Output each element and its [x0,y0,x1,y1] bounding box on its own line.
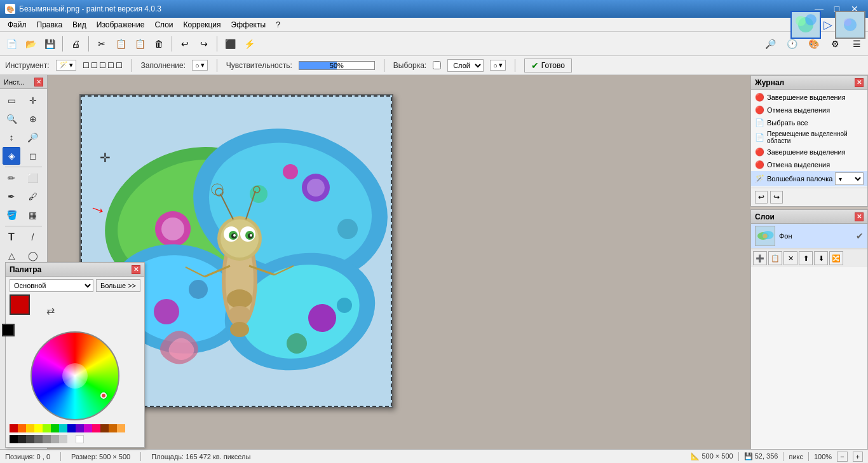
move-tool[interactable]: ✛ [24,92,42,109]
select-mode[interactable]: ○▾ [490,60,506,71]
color-wheel[interactable] [31,331,119,420]
zoom-out-tool[interactable]: ⊕ [24,110,42,128]
menu-effects[interactable]: Эффекты [226,18,271,31]
swatch-yellow[interactable] [34,424,43,432]
zoom-100-button[interactable]: 🔎 [761,35,779,53]
menu-image[interactable]: Изображение [92,18,150,31]
zoom-tool[interactable]: 🔎 [24,128,42,146]
layer-select[interactable]: Слой [447,59,484,72]
swatch-red[interactable] [10,424,18,432]
swatch-rose[interactable] [92,424,100,432]
journal-redo-button[interactable]: ↪ [770,191,783,204]
swatch-black[interactable] [10,435,18,443]
journal-item-1[interactable]: 🔴 Завершение выделения [751,91,867,104]
layer-down-button[interactable]: ⬇ [814,251,828,265]
primary-color-box[interactable] [10,294,30,315]
journal-item-3[interactable]: 📄 Выбрать все [751,116,867,129]
clone-tool[interactable]: 🖋 [24,188,42,205]
print-button[interactable]: 🖨 [67,35,85,53]
menu-layers[interactable]: Слои [149,18,178,31]
layer-add-button[interactable]: ➕ [753,251,767,265]
extra2-button[interactable]: ☰ [848,35,865,53]
swatch-cyan[interactable] [59,424,67,432]
text-tool[interactable]: T [3,228,20,246]
journal-undo-button[interactable]: ↩ [755,191,768,204]
open-button[interactable]: 📂 [22,35,39,53]
layer-checkbox[interactable] [433,61,441,69]
journal-close[interactable]: ✕ [855,78,864,87]
thumb-arrow[interactable]: ▷ [824,18,832,32]
rect-select-tool[interactable]: ▭ [3,92,20,109]
history-button[interactable]: ⬛ [221,35,239,53]
layer-copy-button[interactable]: 📋 [768,251,782,265]
color-swap-icon[interactable]: ⇄ [46,305,55,317]
layer-delete-button[interactable]: ✕ [783,251,797,265]
fill-selector[interactable]: ○▾ [192,60,208,71]
journal-item-5[interactable]: 🔴 Завершение выделения [751,146,867,158]
swatch-magenta[interactable] [84,424,92,432]
swatch-orange[interactable] [18,424,26,432]
paste-button[interactable]: 📋 [131,35,149,53]
done-button[interactable]: ✔ Готово [524,59,572,73]
swatch-lightgray1[interactable] [51,435,59,443]
new-button[interactable]: 📄 [3,35,20,53]
layer-up-button[interactable]: ⬆ [799,251,813,265]
swatch-gray2[interactable] [43,435,51,443]
redo-button[interactable]: ↪ [195,35,213,53]
copy-button[interactable]: 📋 [112,35,130,53]
swatch-darkgray1[interactable] [18,435,26,443]
swatch-brown[interactable] [100,424,109,432]
journal-item-7[interactable]: 🪄 Волшебная палочка ▾ [751,171,867,186]
extra-button[interactable]: ⚡ [240,35,258,53]
swatch-nearwhite[interactable] [67,435,76,443]
layer-item-1[interactable]: Фон ✔ [751,224,867,249]
swatch-indigo[interactable] [76,424,84,432]
fill-tool[interactable]: 🪣 [3,206,20,224]
zoom-in-tool[interactable]: 🔍 [3,110,20,128]
paintbrush-tool[interactable]: ✏ [3,169,20,187]
menu-file[interactable]: Файл [3,18,32,31]
line-tool[interactable]: / [24,228,42,246]
swatch-yellow-green[interactable] [43,424,51,432]
layer-merge-button[interactable]: 🔀 [829,251,843,265]
color-wheel-handle[interactable] [100,392,107,399]
undo-button[interactable]: ↩ [176,35,194,53]
canvas-area[interactable]: → [48,75,750,463]
pencil-tool[interactable]: ✒ [3,188,20,205]
swatch-orange-dark[interactable] [109,424,117,432]
swatch-lightgray2[interactable] [59,435,67,443]
swatch-peach[interactable] [117,424,125,432]
lasso-tool[interactable]: ◻ [24,147,42,165]
magic-wand-tool[interactable]: ◈ [3,147,20,165]
time-button[interactable]: 🕐 [783,35,801,53]
swatch-blue[interactable] [67,424,76,432]
delete-button[interactable]: 🗑 [150,35,168,53]
zoom-out-btn[interactable]: − [837,452,847,462]
eraser-tool[interactable]: ⬜ [24,169,42,187]
swatch-white[interactable] [76,435,84,443]
swatch-yellow-orange[interactable] [26,424,34,432]
gradient-tool[interactable]: ▦ [24,206,42,224]
zoom-in-btn[interactable]: + [853,452,863,462]
palette-more-button[interactable]: Больше >> [96,279,140,292]
journal-item-6[interactable]: 🔴 Отмена выделения [751,158,867,171]
settings-button[interactable]: ⚙ [826,35,844,53]
menu-help[interactable]: ? [271,18,285,31]
pan-tool[interactable]: ↕ [3,128,20,146]
secondary-color-box[interactable] [2,324,15,336]
sensitivity-slider[interactable]: 50% [299,61,375,70]
layers-close[interactable]: ✕ [855,212,864,221]
cut-button[interactable]: ✂ [93,35,111,53]
save-button[interactable]: 💾 [41,35,58,53]
menu-edit[interactable]: Правка [32,18,68,31]
tool-selector[interactable]: 🪄▾ [56,60,76,71]
palette-close[interactable]: ✕ [132,265,140,274]
tools-panel-close[interactable]: ✕ [34,78,43,86]
menu-view[interactable]: Вид [67,18,92,31]
color-button[interactable]: 🎨 [804,35,822,53]
journal-item-2[interactable]: 🔴 Отмена выделения [751,104,867,116]
journal-wand-select[interactable]: ▾ [835,172,864,185]
palette-mode-select[interactable]: Основной [10,279,93,292]
swatch-gray1[interactable] [34,435,43,443]
swatch-green[interactable] [51,424,59,432]
